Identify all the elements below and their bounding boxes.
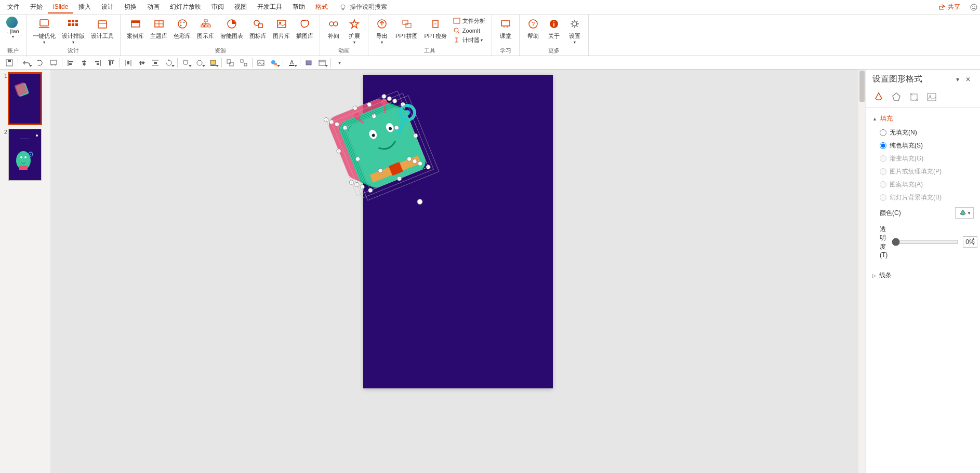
- menu-help[interactable]: 帮助: [287, 1, 310, 13]
- ppt-slim-button[interactable]: PPT瘦身: [421, 16, 449, 46]
- menu-insert[interactable]: 插入: [73, 1, 96, 13]
- tell-me-search[interactable]: 操作说明搜索: [339, 3, 387, 11]
- tween-button[interactable]: 补间: [323, 16, 344, 46]
- design-tools-button[interactable]: 设计工具: [88, 16, 117, 46]
- spinner-up[interactable]: ▲: [970, 237, 977, 242]
- undo-button[interactable]: [20, 57, 33, 69]
- diagram-lib-button[interactable]: 图示库: [194, 16, 217, 46]
- thumb-slide-1[interactable]: [8, 73, 42, 125]
- align-top-button[interactable]: [105, 57, 117, 69]
- illus-lib-button[interactable]: 插图库: [293, 16, 316, 46]
- shape-fill-button[interactable]: [268, 57, 281, 69]
- pane-close-button[interactable]: ✕: [962, 75, 974, 84]
- fill-color-button[interactable]: ▾: [955, 207, 974, 219]
- svg-point-3: [974, 6, 975, 6]
- thumbnail-2[interactable]: 2 ................: [2, 129, 48, 181]
- file-analysis-button[interactable]: 文件分析: [450, 16, 488, 26]
- font-color-button[interactable]: A: [285, 57, 298, 69]
- fill-section-header[interactable]: ▲ 填充: [872, 111, 974, 126]
- save-button[interactable]: [3, 57, 16, 69]
- export-button[interactable]: 导出▾: [372, 16, 392, 46]
- color-lib-button[interactable]: 色彩库: [170, 16, 194, 46]
- feedback-icon[interactable]: [970, 3, 978, 11]
- zoomit-button[interactable]: ZoomIt: [450, 26, 488, 35]
- align-center-h-button[interactable]: [78, 57, 90, 69]
- icon-lib-button[interactable]: 图标库: [246, 16, 270, 46]
- svg-point-161: [416, 198, 423, 205]
- align-right-button[interactable]: [91, 57, 104, 69]
- ppt-join-button[interactable]: PPT拼图: [392, 16, 421, 46]
- pane-options-button[interactable]: ▾: [953, 75, 962, 84]
- menu-format[interactable]: 格式: [310, 1, 333, 13]
- illustration-icon: [298, 17, 312, 31]
- case-lib-button[interactable]: 案例库: [124, 16, 147, 46]
- theme-lib-button[interactable]: 主题库: [147, 16, 170, 46]
- picture-fill-radio[interactable]: 图片或纹理填充(P): [872, 165, 974, 178]
- extend-button[interactable]: 扩展▾: [344, 16, 365, 46]
- svg-text:A: A: [290, 59, 294, 65]
- picture-tab[interactable]: [925, 91, 938, 103]
- solid-fill-radio[interactable]: 纯色填充(S): [872, 139, 974, 152]
- slim-icon: [428, 17, 443, 31]
- transparency-spinner[interactable]: 0% ▲▼: [963, 236, 977, 248]
- fill-color-button[interactable]: [207, 57, 219, 69]
- spinner-down[interactable]: ▼: [970, 242, 977, 247]
- fill-line-tab[interactable]: [872, 91, 885, 103]
- layout-button2[interactable]: [316, 57, 328, 69]
- shape-button[interactable]: [180, 57, 192, 69]
- redo-button[interactable]: [34, 57, 46, 69]
- menu-view[interactable]: 视图: [229, 1, 252, 13]
- customize-button[interactable]: ▾: [333, 57, 346, 69]
- slide-thumbnails: 1 2 ................: [0, 70, 50, 473]
- canvas-area[interactable]: [50, 70, 866, 473]
- pic-lib-button[interactable]: 图片库: [270, 16, 293, 46]
- slide-bg-fill-radio[interactable]: 幻灯片背景填充(B): [872, 191, 974, 204]
- transparency-slider[interactable]: [892, 238, 959, 246]
- distribute-h-button[interactable]: [122, 57, 135, 69]
- thumb-slide-2[interactable]: ................: [8, 129, 42, 181]
- menu-home[interactable]: 开始: [25, 1, 48, 13]
- rotate-button[interactable]: [163, 57, 175, 69]
- menu-file[interactable]: 文件: [2, 1, 25, 13]
- align-left-button[interactable]: [64, 57, 77, 69]
- optimize-button[interactable]: 一键优化 ▾: [30, 16, 59, 46]
- timer-button[interactable]: 计时器 ▾: [450, 35, 488, 45]
- account-button[interactable]: . jiao ▾: [3, 16, 23, 46]
- menu-review[interactable]: 审阅: [206, 1, 229, 13]
- no-fill-radio[interactable]: 无填充(N): [872, 126, 974, 139]
- help-button[interactable]: ?帮助: [523, 16, 544, 46]
- svg-rect-85: [227, 60, 231, 63]
- pattern-fill-radio[interactable]: 图案填充(A): [872, 178, 974, 191]
- thumbnail-1[interactable]: 1: [2, 73, 48, 125]
- share-button[interactable]: 共享: [933, 1, 965, 13]
- picture-button[interactable]: [255, 57, 267, 69]
- shape2-button[interactable]: [193, 57, 206, 69]
- ungroup-button[interactable]: [237, 57, 250, 69]
- effects-tab[interactable]: [890, 91, 903, 103]
- menu-animations[interactable]: 动画: [142, 1, 165, 13]
- group-button[interactable]: [224, 57, 236, 69]
- align-middle-button[interactable]: [136, 57, 148, 69]
- crop-button[interactable]: [302, 57, 315, 69]
- slide-canvas[interactable]: [363, 75, 553, 388]
- size-tab[interactable]: [908, 91, 920, 103]
- menu-dev[interactable]: 开发工具: [252, 1, 287, 13]
- ribbon-group-more: ?帮助 关于 设置▾ 更多: [520, 15, 589, 56]
- menu-transitions[interactable]: 切换: [119, 1, 142, 13]
- scrollbar-thumb[interactable]: [859, 71, 865, 102]
- menu-design[interactable]: 设计: [96, 1, 119, 13]
- smart-chart-button[interactable]: 智能图表: [217, 16, 246, 46]
- layout-button[interactable]: 设计排版 ▾: [59, 16, 88, 46]
- menu-islide[interactable]: iSlide: [48, 1, 73, 13]
- gradient-fill-radio[interactable]: 渐变填充(G): [872, 152, 974, 165]
- distribute-v-button[interactable]: [149, 57, 162, 69]
- menu-slideshow[interactable]: 幻灯片放映: [165, 1, 206, 13]
- line-section-header[interactable]: ▷ 线条: [872, 268, 974, 283]
- selected-artwork[interactable]: [316, 70, 472, 237]
- settings-button[interactable]: 设置▾: [564, 16, 585, 46]
- about-button[interactable]: 关于: [544, 16, 564, 46]
- class-button[interactable]: 课堂: [495, 16, 516, 46]
- slideshow-button[interactable]: [47, 57, 60, 69]
- vertical-scrollbar[interactable]: [858, 70, 866, 473]
- svg-point-103: [20, 156, 22, 158]
